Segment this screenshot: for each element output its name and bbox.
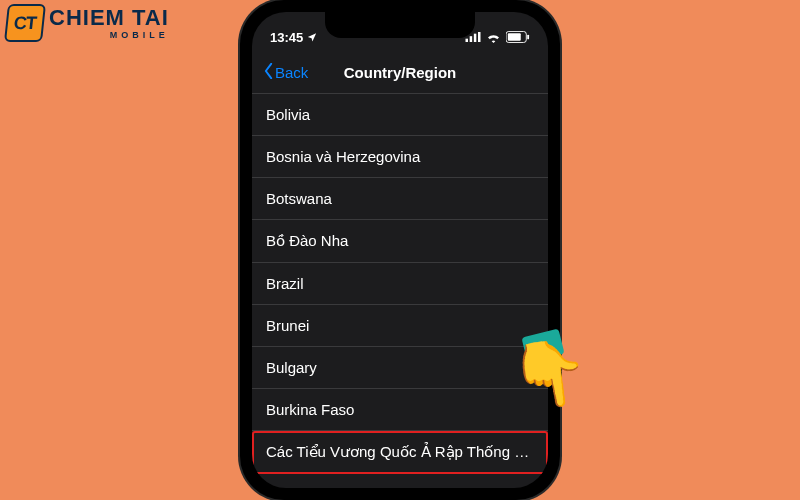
country-row[interactable]: Burkina Faso xyxy=(252,389,548,431)
phone-notch xyxy=(325,12,475,38)
back-label: Back xyxy=(275,64,308,81)
country-list[interactable]: BoliviaBosnia và HerzegovinaBotswanaBồ Đ… xyxy=(252,94,548,488)
wifi-icon xyxy=(486,32,501,43)
logo-brand-text: CHIEM TAI xyxy=(49,7,169,29)
phone-frame: 13:45 Ba xyxy=(240,0,560,500)
pointing-hand-icon: 👇 xyxy=(506,337,594,412)
country-row[interactable]: Bosnia và Herzegovina xyxy=(252,136,548,178)
svg-rect-0 xyxy=(466,39,469,42)
logo-badge: CT xyxy=(4,4,46,42)
svg-rect-6 xyxy=(527,35,529,40)
chevron-left-icon xyxy=(264,63,273,82)
location-icon xyxy=(307,30,317,45)
battery-icon xyxy=(506,31,530,43)
svg-rect-2 xyxy=(474,34,477,42)
country-row[interactable]: Brunei xyxy=(252,305,548,347)
nav-bar: Back Country/Region xyxy=(252,52,548,94)
status-time: 13:45 xyxy=(270,30,303,45)
country-row[interactable]: Cameroon xyxy=(252,474,548,488)
svg-rect-5 xyxy=(508,33,521,40)
brand-logo: CT CHIEM TAI MOBILE xyxy=(6,4,169,42)
country-row[interactable]: Bồ Đào Nha xyxy=(252,220,548,263)
country-row[interactable]: Brazil xyxy=(252,263,548,305)
svg-rect-3 xyxy=(478,32,481,42)
svg-rect-1 xyxy=(470,36,473,42)
country-row[interactable]: Botswana xyxy=(252,178,548,220)
country-row[interactable]: Bolivia xyxy=(252,94,548,136)
back-button[interactable]: Back xyxy=(264,63,308,82)
page-title: Country/Region xyxy=(344,64,457,81)
logo-sub-text: MOBILE xyxy=(49,31,169,40)
country-row[interactable]: Các Tiểu Vương Quốc Ả Rập Thống Nhất xyxy=(252,431,548,474)
phone-screen: 13:45 Ba xyxy=(252,12,548,488)
country-row[interactable]: Bulgary xyxy=(252,347,548,389)
